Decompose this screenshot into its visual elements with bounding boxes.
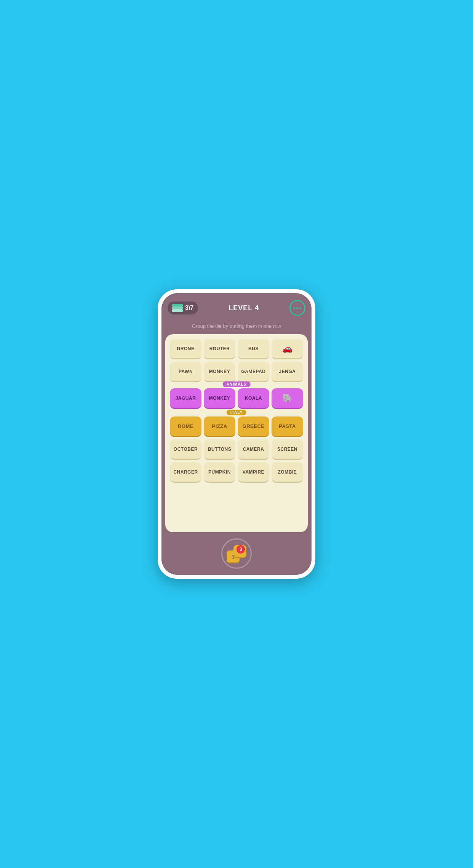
tile-rome[interactable]: ROME [170,416,201,437]
animals-row: JAGUAR MONKEY KOALA 🐘 [170,388,303,409]
game-board: DRONE ROUTER BUS 🚗 PAWN MONKEY GAMEPAD J… [165,334,308,532]
tile-charger[interactable]: CHARGER [170,462,201,483]
car-icon: 🚗 [282,344,293,354]
tile-elephant[interactable]: 🐘 [272,388,303,409]
animals-group: ANIMALS JAGUAR MONKEY KOALA 🐘 [170,385,303,409]
phone-inner: 3\7 LEVEL 4 Group the tile by putting th… [161,293,312,575]
tile-greece[interactable]: GREECE [238,416,269,437]
tile-jaguar[interactable]: JAGUAR [170,388,201,409]
tile-drone[interactable]: DRONE [170,339,201,359]
score-badge: 3\7 [168,302,198,314]
tile-row-1: DRONE ROUTER BUS 🚗 [170,339,303,359]
tile-car[interactable]: 🚗 [272,339,303,359]
subtitle: Group the tile by putting them in one ro… [161,321,312,334]
italy-row: ROME PIZZA GREECE PASTA [170,416,303,437]
header: 3\7 LEVEL 4 [161,293,312,321]
hint-tiles: 1 2 3 [227,544,246,563]
tile-pawn[interactable]: PAWN [170,362,201,382]
dots-icon [293,307,301,309]
score-text: 3\7 [185,305,193,311]
menu-button[interactable] [289,300,305,316]
tile-monkey-purple[interactable]: MONKEY [204,388,235,409]
tile-pasta[interactable]: PASTA [272,416,303,437]
tile-monkey[interactable]: MONKEY [204,362,235,382]
tile-row-3: OCTOBER BUTTONS CAMERA SCREEN [170,439,303,460]
tile-gamepad[interactable]: GAMEPAD [238,362,269,382]
tile-zombie[interactable]: ZOMBIE [272,462,303,483]
tile-october[interactable]: OCTOBER [170,439,201,460]
animals-label: ANIMALS [223,381,251,387]
tile-pumpkin[interactable]: PUMPKIN [204,462,235,483]
level-title: LEVEL 4 [229,304,259,312]
tile-row-2: PAWN MONKEY GAMEPAD JENGA [170,362,303,382]
tile-buttons[interactable]: BUTTONS [204,439,235,460]
tile-jenga[interactable]: JENGA [272,362,303,382]
tile-bus[interactable]: BUS [238,339,269,359]
italy-group: ITALY ROME PIZZA GREECE PASTA [170,413,303,437]
hint-badge: 3 [237,545,245,554]
tile-pizza[interactable]: PIZZA [204,416,235,437]
phone-frame: 3\7 LEVEL 4 Group the tile by putting th… [158,289,315,579]
tile-row-4: CHARGER PUMPKIN VAMPIRE ZOMBIE [170,462,303,483]
layers-icon [172,304,183,312]
hint-button[interactable]: 1 2 3 [221,538,252,569]
footer: 1 2 3 [161,532,312,575]
italy-label: ITALY [227,410,246,415]
tile-screen[interactable]: SCREEN [272,439,303,460]
tile-koala[interactable]: KOALA [238,388,269,409]
tile-vampire[interactable]: VAMPIRE [238,462,269,483]
tile-router[interactable]: ROUTER [204,339,235,359]
tile-camera[interactable]: CAMERA [238,439,269,460]
elephant-icon: 🐘 [282,393,293,403]
